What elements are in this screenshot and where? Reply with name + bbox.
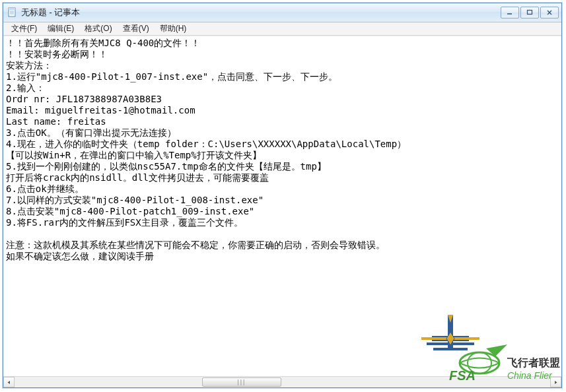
close-button[interactable] [540,7,559,18]
svg-rect-1 [9,8,15,10]
svg-marker-10 [555,381,557,384]
text-editor[interactable]: ！！首先删除所有有关MJC8 Q-400的文件！！ ！！安装时务必断网！！ 安装… [3,36,561,376]
scroll-left-button[interactable] [3,377,15,387]
window-controls [501,7,560,18]
content-area: ！！首先删除所有有关MJC8 Q-400的文件！！ ！！安装时务必断网！！ 安装… [3,36,561,387]
titlebar[interactable]: 无标题 - 记事本 [3,3,561,22]
horizontal-scrollbar[interactable]: ||| [3,376,561,387]
window-title: 无标题 - 记事本 [21,7,501,18]
menubar: 文件(F) 编辑(E) 格式(O) 查看(V) 帮助(H) [3,22,561,36]
scroll-thumb[interactable]: ||| [202,377,281,387]
scroll-track[interactable]: ||| [15,377,550,387]
svg-marker-9 [8,381,11,384]
menu-file[interactable]: 文件(F) [6,22,42,35]
notepad-icon [7,7,18,18]
minimize-button[interactable] [501,7,519,18]
scroll-right-button[interactable] [550,377,561,387]
menu-edit[interactable]: 编辑(E) [42,22,79,35]
menu-help[interactable]: 帮助(H) [155,22,192,35]
menu-format[interactable]: 格式(O) [79,22,117,35]
menu-view[interactable]: 查看(V) [118,22,155,35]
maximize-button[interactable] [520,7,539,18]
svg-rect-6 [528,11,532,15]
notepad-window: 无标题 - 记事本 文件(F) 编辑(E) 格式(O) 查看(V) 帮助(H) … [3,3,562,388]
